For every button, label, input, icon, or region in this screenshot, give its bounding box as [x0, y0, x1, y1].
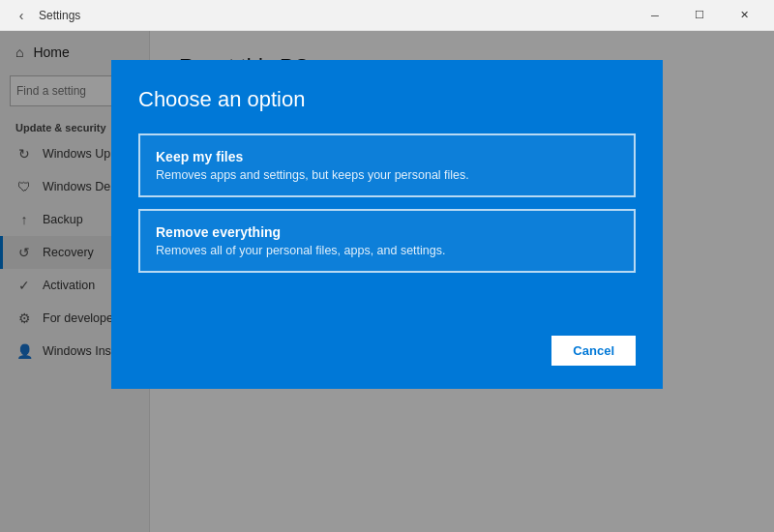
minimize-button[interactable]: ─ [633, 0, 677, 31]
modal-overlay: Choose an option Keep my files Removes a… [0, 31, 774, 532]
keep-files-option[interactable]: Keep my files Removes apps and settings,… [138, 133, 636, 197]
remove-everything-description: Removes all of your personal files, apps… [156, 244, 618, 257]
back-button[interactable]: ‹ [8, 2, 35, 29]
app-title: Settings [39, 9, 80, 22]
remove-everything-title: Remove everything [156, 224, 618, 240]
choose-option-dialog: Choose an option Keep my files Removes a… [111, 60, 663, 389]
dialog-footer: Cancel [138, 316, 636, 366]
window-controls: ─ ☐ ✕ [633, 0, 766, 31]
remove-everything-option[interactable]: Remove everything Removes all of your pe… [138, 209, 636, 273]
dialog-title: Choose an option [138, 87, 636, 112]
maximize-button[interactable]: ☐ [677, 0, 722, 31]
title-bar: ‹ Settings ─ ☐ ✕ [0, 0, 774, 31]
cancel-button[interactable]: Cancel [551, 336, 636, 366]
keep-files-description: Removes apps and settings, but keeps you… [156, 168, 618, 182]
close-button[interactable]: ✕ [722, 0, 766, 31]
keep-files-title: Keep my files [156, 149, 618, 164]
